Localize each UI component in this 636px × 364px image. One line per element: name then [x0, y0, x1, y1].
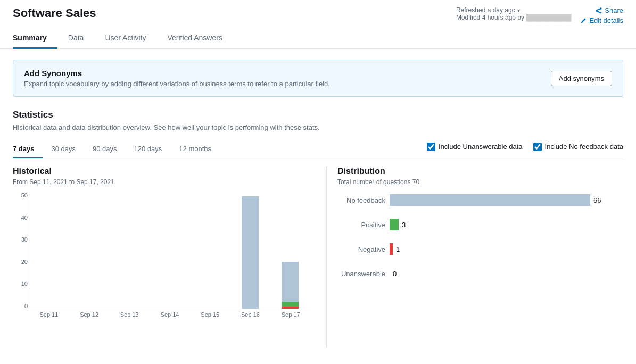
tab-verified-answers[interactable]: Verified Answers	[156, 29, 233, 49]
x-label-sep16: Sep 16	[230, 311, 271, 318]
dist-row-negative: Negative 1	[337, 243, 623, 255]
panel-divider	[324, 167, 324, 348]
share-button[interactable]: Share	[595, 6, 623, 14]
y-label-50: 50	[13, 192, 28, 198]
refresh-info: Refreshed a day ago ▾ Modified 4 hours a…	[456, 6, 571, 21]
include-no-feedback-checkbox[interactable]	[533, 143, 542, 151]
y-label-10: 10	[13, 280, 28, 287]
x-label-sep11: Sep 11	[29, 311, 69, 318]
dist-label-unanswerable: Unanswerable	[337, 270, 385, 278]
distribution-title: Distribution	[337, 167, 623, 176]
dist-label-positive: Positive	[337, 221, 385, 229]
tab-data[interactable]: Data	[57, 29, 95, 49]
x-label-sep15: Sep 15	[190, 311, 230, 318]
x-label-sep13: Sep 13	[109, 311, 150, 318]
time-tab-120days[interactable]: 120 days	[126, 140, 171, 158]
chevron-down-icon: ▾	[517, 7, 520, 13]
x-label-sep12: Sep 12	[69, 311, 110, 318]
distribution-subtitle: Total number of questions 70	[337, 178, 623, 186]
time-tab-7days[interactable]: 7 days	[13, 140, 43, 158]
share-icon	[595, 7, 602, 14]
include-no-feedback-label: Include No feedback data	[545, 143, 623, 151]
modified-label: Modified 4 hours ago by	[456, 14, 524, 21]
bar-sep14	[150, 192, 189, 309]
bar-sep12	[70, 192, 109, 309]
nav-tabs: Summary Data User Activity Verified Answ…	[13, 29, 623, 48]
dist-label-no-feedback: No feedback	[337, 196, 385, 204]
bar-sep17	[270, 192, 310, 309]
dist-value-positive: 3	[402, 221, 412, 229]
distribution-panel: Distribution Total number of questions 7…	[326, 167, 623, 348]
statistics-section: Statistics Historical data and data dist…	[13, 110, 623, 348]
synonyms-description: Expand topic vocabulary by adding differ…	[24, 80, 330, 88]
time-tab-30days[interactable]: 30 days	[43, 140, 84, 158]
tab-summary[interactable]: Summary	[13, 29, 57, 49]
dist-bar-no-feedback	[390, 194, 590, 206]
dist-value-unanswerable: 0	[393, 270, 403, 278]
y-label-40: 40	[13, 214, 28, 221]
statistics-description: Historical data and data distribution ov…	[13, 123, 623, 131]
synonyms-banner: Add Synonyms Expand topic vocabulary by …	[13, 60, 623, 97]
dist-bar-negative	[390, 243, 393, 255]
historical-bar-chart	[28, 192, 311, 309]
share-label: Share	[605, 6, 623, 14]
tab-user-activity[interactable]: User Activity	[94, 29, 156, 49]
dist-value-negative: 1	[396, 245, 407, 253]
bar-sep13	[110, 192, 149, 309]
filter-checkboxes: Include Unanswerable data Include No fee…	[427, 143, 623, 155]
include-unanswerable-checkbox[interactable]	[427, 143, 435, 151]
historical-subtitle: From Sep 11, 2021 to Sep 17, 2021	[13, 178, 311, 186]
dist-row-unanswerable: Unanswerable 0	[337, 268, 623, 279]
edit-icon	[580, 17, 587, 24]
include-unanswerable-label: Include Unanswerable data	[439, 143, 523, 151]
y-label-20: 20	[13, 259, 28, 265]
x-label-sep17: Sep 17	[270, 311, 311, 318]
time-tab-90days[interactable]: 90 days	[84, 140, 126, 158]
time-tab-12months[interactable]: 12 months	[170, 140, 220, 158]
app-title: Software Sales	[13, 6, 96, 20]
bar-sep11	[29, 192, 69, 309]
dist-bar-positive	[390, 219, 399, 230]
synonyms-title: Add Synonyms	[24, 69, 330, 78]
x-label-sep14: Sep 14	[150, 311, 190, 318]
add-synonyms-button[interactable]: Add synonyms	[551, 71, 612, 86]
modified-user: ██████████	[526, 14, 571, 21]
include-unanswerable-filter[interactable]: Include Unanswerable data	[427, 143, 523, 151]
historical-panel: Historical From Sep 11, 2021 to Sep 17, …	[13, 167, 321, 348]
y-label-0: 0	[13, 303, 28, 309]
time-range-tabs: 7 days 30 days 90 days 120 days 12 month…	[13, 140, 220, 158]
dist-row-no-feedback: No feedback 66	[337, 194, 623, 206]
edit-details-button[interactable]: Edit details	[580, 16, 623, 24]
bar-sep16	[230, 192, 270, 309]
dist-value-no-feedback: 66	[593, 196, 604, 204]
dist-label-negative: Negative	[337, 245, 385, 253]
bar-sep15	[190, 192, 229, 309]
historical-title: Historical	[13, 167, 311, 176]
x-labels: Sep 11 Sep 12 Sep 13 Sep 14 Sep 15 Sep 1…	[13, 311, 311, 318]
y-label-30: 30	[13, 236, 28, 243]
statistics-title: Statistics	[13, 110, 623, 120]
refresh-label: Refreshed a day ago	[456, 6, 515, 14]
include-no-feedback-filter[interactable]: Include No feedback data	[533, 143, 623, 151]
dist-row-positive: Positive 3	[337, 219, 623, 230]
edit-label: Edit details	[589, 16, 623, 24]
